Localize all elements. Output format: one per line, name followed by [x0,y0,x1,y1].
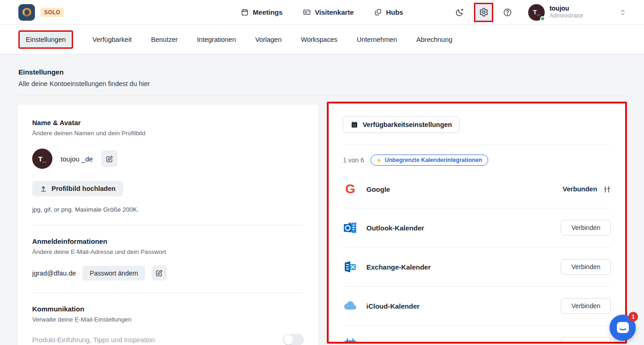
connect-button-caldav-kalender[interactable]: Verbinden [561,337,611,342]
integration-name: CalDav-Kalender [366,341,422,342]
integration-row-icloud-kalender: iCloud-KalenderVerbinden [343,287,611,326]
integration-row-caldav-kalender: CalDav-KalenderVerbinden [343,326,611,342]
avatar-initials: T_ [533,9,540,16]
integration-quota-count: 1 von 6 [343,156,364,164]
user-menu[interactable]: T_ toujou Administrator [528,4,583,21]
sliders-icon[interactable] [603,185,611,193]
integration-list: GGoogleVerbundenOutlook-KalenderVerbinde… [343,170,611,342]
upload-icon [40,185,47,192]
integration-name: Exchange-Kalender [366,263,431,271]
google-logo: G [343,182,358,196]
online-status-dot [540,16,545,21]
chevron-up-down-icon[interactable] [620,9,626,16]
connected-status: Verbunden [563,185,597,193]
upload-profile-picture-button[interactable]: Profilbild hochladen [32,181,123,196]
gear-icon[interactable] [475,4,492,21]
top-header: SOLO MeetingsVisitenkarteHubs [0,0,644,25]
tab-einstellungen[interactable]: Einstellungen [18,30,73,49]
plan-badge: SOLO [40,8,64,17]
integration-row-exchange-kalender: Exchange-KalenderVerbinden [343,247,611,287]
edit-name-button[interactable] [101,150,118,167]
tab-integrationen[interactable]: Integrationen [197,36,236,43]
chat-bubble-icon [616,321,630,335]
app-logo[interactable] [18,4,35,21]
dark-mode-icon[interactable] [452,5,467,20]
edit-icon [155,269,163,277]
product-tips-toggle[interactable] [283,334,304,345]
chat-unread-badge: 1 [628,312,638,322]
tab-workspaces[interactable]: Workspaces [301,36,337,43]
product-tips-label: Produkt-Einführung, Tipps und Inspiratio… [32,336,155,344]
exchange-logo [343,259,358,274]
calendar-card-annotation-box: Verfügbarkeitseinstellungen 1 von 6 Unbe… [327,102,627,344]
tab-abrechnung[interactable]: Abrechnung [416,36,452,43]
badge-label: Unbegrenzte Kalenderintegrationen [385,157,482,163]
calendar-integrations-card: Verfügbarkeitseinstellungen 1 von 6 Unbe… [329,104,625,342]
nav-item-label: Hubs [386,8,404,16]
upload-button-label: Profilbild hochladen [51,185,115,192]
integration-name: Google [366,185,390,193]
section-divider [32,293,304,293]
nav-item-visitenkarte[interactable]: Visitenkarte [303,8,354,16]
page-divider [17,95,627,96]
card-icon [303,8,311,16]
user-name: toujou [549,5,583,13]
outlook-logo [343,220,358,235]
calendar-icon [241,8,249,16]
settings-tabbar: EinstellungenVerfügbarkeitBenutzerIntegr… [0,25,644,54]
page-title: Einstellungen [18,68,626,76]
toggle-knob [284,335,293,345]
communication-title: Kommunikation [32,305,304,313]
section-divider [32,225,304,225]
nav-item-meetings[interactable]: Meetings [241,8,283,16]
connect-button-icloud-kalender[interactable]: Verbinden [561,298,611,314]
lightning-icon [376,157,382,163]
unlimited-integrations-badge[interactable]: Unbegrenzte Kalenderintegrationen [370,155,488,166]
tab-vorlagen[interactable]: Vorlagen [255,36,281,43]
tab-unternehmen[interactable]: Unternehmen [357,36,397,43]
calendar-icon [351,121,358,128]
integration-name: iCloud-Kalender [366,302,420,310]
availability-settings-button[interactable]: Verfügbarkeitseinstellungen [343,116,460,133]
hubs-icon [374,8,382,16]
credentials-subtitle: Ändere deine E-Mail-Adresse und dein Pas… [32,248,304,255]
card-divider [343,144,611,145]
nav-item-hubs[interactable]: Hubs [374,8,404,16]
integration-row-google: GGoogleVerbunden [343,170,611,208]
nav-item-label: Visitenkarte [315,8,354,16]
edit-email-button[interactable] [152,265,167,281]
availability-button-label: Verfügbarkeitseinstellungen [363,121,452,128]
communication-subtitle: Verwalte deine E-Mail-Einstellungen [32,316,304,323]
change-password-button[interactable]: Passwort ändern [82,266,145,281]
name-avatar-subtitle: Ändere deinen Namen und dein Profilbild [32,130,304,137]
connect-button-exchange-kalender[interactable]: Verbinden [561,259,611,275]
tab-benutzer[interactable]: Benutzer [151,36,178,43]
logo-ring-icon [23,8,31,17]
icloud-logo [343,299,358,313]
upload-hint: jpg, gif, or png. Maximale Größe 200K. [32,206,304,213]
tab-verfügbarkeit[interactable]: Verfügbarkeit [92,36,131,43]
gear-annotation-box [474,3,493,22]
nav-item-label: Meetings [253,8,283,16]
integration-row-outlook-kalender: Outlook-KalenderVerbinden [343,208,611,247]
display-name: toujou _de [61,155,93,163]
profile-avatar: T_ [32,149,52,169]
name-avatar-title: Name & Avatar [32,119,304,126]
help-icon[interactable] [500,5,515,20]
page-head: Einstellungen Alle deine Kontoeinstellun… [0,54,644,96]
integration-name: Outlook-Kalender [366,224,424,232]
caldav-logo [343,338,358,342]
profile-settings-card: Name & Avatar Ändere deinen Namen und de… [17,105,319,345]
main-nav: MeetingsVisitenkarteHubs [241,8,403,16]
edit-icon [106,155,114,163]
user-avatar: T_ [528,4,545,21]
page-subtitle: Alle deine Kontoeinstellungen findest du… [18,80,626,87]
chat-launcher-button[interactable]: 1 [610,315,636,341]
connect-button-outlook-kalender[interactable]: Verbinden [561,220,611,236]
credentials-title: Anmeldeinformationen [32,237,304,245]
user-role: Administrator [549,12,583,20]
account-email: jgrad@dfau.de [32,270,76,277]
